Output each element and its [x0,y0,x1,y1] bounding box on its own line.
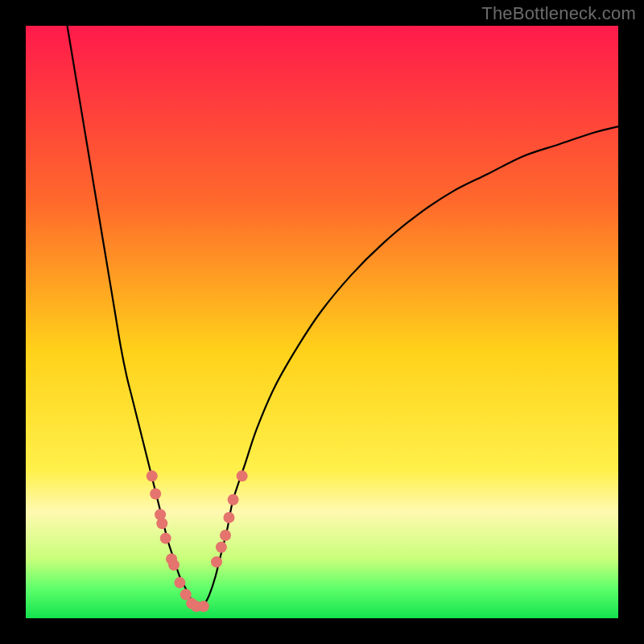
marker-point [156,518,167,529]
marker-point [168,559,180,571]
marker-point [237,470,248,481]
marker-point [223,512,234,523]
marker-point [216,542,227,553]
marker-point [147,470,158,481]
marker-point [198,601,209,612]
chart-container: TheBottleneck.com [0,0,644,644]
marker-point [211,556,222,568]
marker-point [150,488,161,499]
marker-point [220,530,231,541]
marker-point [160,533,171,544]
plot-background [26,26,618,618]
marker-point [228,494,239,506]
watermark-label: TheBottleneck.com [481,3,636,24]
plot-svg [0,0,644,644]
marker-point [174,577,185,588]
